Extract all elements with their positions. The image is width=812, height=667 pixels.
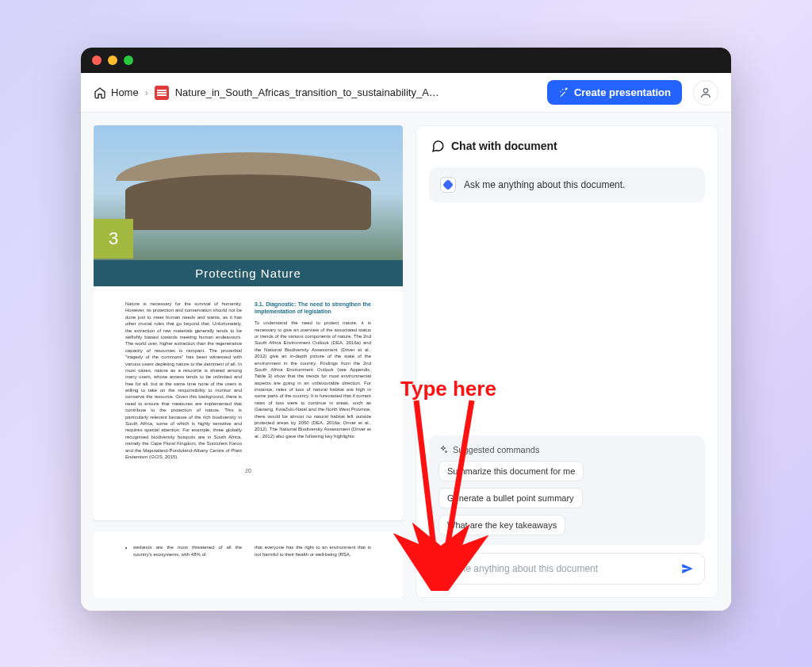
chapter-number-box: 3 bbox=[94, 219, 133, 259]
chapter-title: Protecting Nature bbox=[195, 266, 301, 280]
chevron-right-icon: › bbox=[145, 87, 148, 98]
document-page-2[interactable]: wetlands are the most threatened of all … bbox=[94, 531, 403, 598]
suggestion-chips: Summarize this document for me Generate … bbox=[439, 461, 695, 535]
chat-panel: Chat with document Ask me anything about… bbox=[416, 125, 718, 598]
document-bullet: wetlands are the most threatened of all … bbox=[133, 544, 242, 558]
page-number: 20 bbox=[94, 468, 403, 478]
app-window: Home › Nature_in_South_Africas_transitio… bbox=[81, 48, 731, 611]
document-page2-col1: wetlands are the most threatened of all … bbox=[125, 544, 242, 585]
document-page2-col2: that everyone has the right to an enviro… bbox=[255, 544, 371, 585]
chat-bubble-icon bbox=[431, 139, 445, 153]
breadcrumb-document-title[interactable]: Nature_in_South_Africas_transition_to_su… bbox=[175, 86, 445, 98]
suggested-commands-header: Suggested commands bbox=[439, 445, 695, 454]
chat-input[interactable] bbox=[439, 563, 674, 574]
breadcrumb-home-label: Home bbox=[111, 86, 139, 98]
user-avatar-button[interactable] bbox=[693, 80, 718, 105]
user-icon bbox=[699, 86, 712, 99]
document-section-heading: 3.1. Diagnostic: The need to strengthen … bbox=[255, 301, 371, 315]
chat-title: Chat with document bbox=[451, 140, 557, 152]
breadcrumb-home[interactable]: Home bbox=[94, 86, 139, 99]
assistant-avatar-icon bbox=[440, 177, 456, 193]
chat-input-row bbox=[429, 553, 705, 585]
create-presentation-label: Create presentation bbox=[574, 86, 671, 98]
document-column-right-text: To understand the need to protect nature… bbox=[255, 320, 371, 439]
document-preview-column: 3 Protecting Nature Nature is necessary … bbox=[94, 125, 403, 598]
svg-point-0 bbox=[703, 88, 707, 92]
titlebar bbox=[81, 48, 731, 73]
chapter-number: 3 bbox=[109, 228, 118, 249]
header-bar: Home › Nature_in_South_Africas_transitio… bbox=[81, 73, 731, 113]
assistant-greeting-text: Ask me anything about this document. bbox=[464, 179, 625, 190]
sparkle-icon bbox=[439, 445, 448, 454]
assistant-greeting-message: Ask me anything about this document. bbox=[429, 167, 705, 202]
window-maximize-icon[interactable] bbox=[124, 56, 133, 65]
document-hero-image: 3 bbox=[94, 125, 403, 260]
main-content: 3 Protecting Nature Nature is necessary … bbox=[81, 113, 731, 611]
suggestion-chip-takeaways[interactable]: What are the key takeaways bbox=[439, 515, 565, 535]
suggested-commands-label: Suggested commands bbox=[453, 445, 539, 454]
send-icon[interactable] bbox=[680, 562, 695, 576]
chat-header: Chat with document bbox=[416, 126, 718, 163]
suggestion-chip-bullets[interactable]: Generate a bullet point summary bbox=[439, 488, 583, 508]
suggested-commands-box: Suggested commands Summarize this docume… bbox=[429, 435, 705, 545]
document-column-left: Nature is necessary for the survival of … bbox=[125, 301, 242, 460]
home-icon bbox=[94, 86, 106, 99]
create-presentation-button[interactable]: Create presentation bbox=[547, 80, 682, 105]
magic-wand-icon bbox=[558, 87, 569, 98]
window-close-icon[interactable] bbox=[92, 56, 102, 65]
chapter-title-band: Protecting Nature bbox=[94, 260, 403, 286]
window-minimize-icon[interactable] bbox=[108, 56, 117, 65]
document-page-1[interactable]: 3 Protecting Nature Nature is necessary … bbox=[94, 125, 403, 520]
suggestion-chip-summarize[interactable]: Summarize this document for me bbox=[439, 461, 584, 481]
document-column-right: 3.1. Diagnostic: The need to strengthen … bbox=[255, 301, 371, 460]
pdf-file-icon bbox=[155, 86, 169, 100]
